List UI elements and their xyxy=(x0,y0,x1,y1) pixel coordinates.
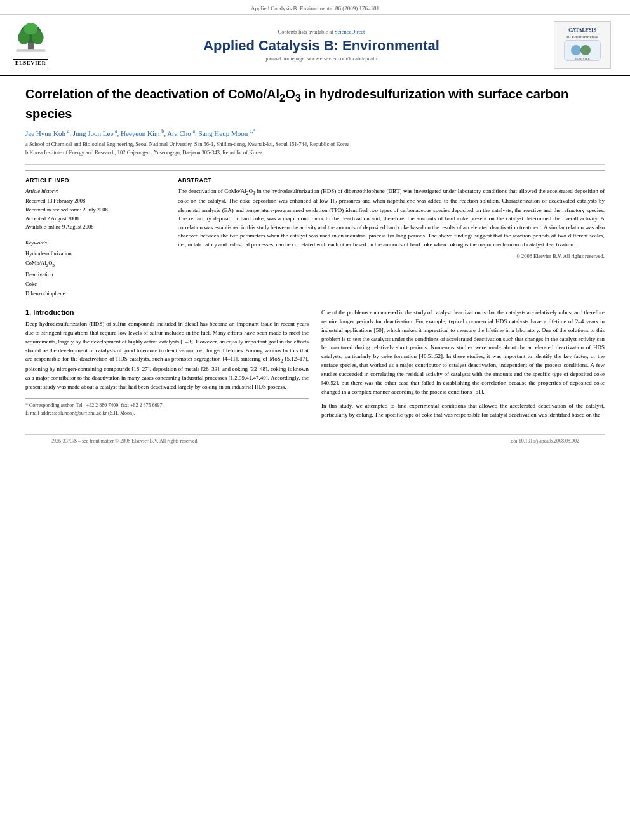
elsevier-tree-icon xyxy=(13,23,48,58)
abstract-column: ABSTRACT The deactivation of CoMo/Al2O3 … xyxy=(178,177,605,299)
article-title: Correlation of the deactivation of CoMo/… xyxy=(25,86,605,122)
journal-banner: ELSEVIER Contents lists available at Sci… xyxy=(0,15,630,76)
keyword-5: Dibenzothiophene xyxy=(25,289,165,298)
received-date: Received 13 February 2008 xyxy=(25,197,165,206)
page-wrapper: Applied Catalysis B: Environmental 86 (2… xyxy=(0,0,630,840)
copyright-line: © 2008 Elsevier B.V. All rights reserved… xyxy=(178,253,605,259)
article-info-column: ARTICLE INFO Article history: Received 1… xyxy=(25,177,165,299)
elsevier-logo: ELSEVIER xyxy=(13,23,48,67)
section1-right-para1: One of the problems encountered in the s… xyxy=(321,309,605,397)
history-label: Article history: xyxy=(25,187,165,196)
section1-left-para1: Deep hydrodesulfurization (HDS) of sulfu… xyxy=(25,320,309,392)
journal-homepage: journal homepage: www.elsevier.com/locat… xyxy=(89,55,554,62)
svg-text:ELSEVIER: ELSEVIER xyxy=(575,57,590,60)
affiliation-b: b Korea Institute of Energy and Research… xyxy=(25,149,605,157)
svg-point-7 xyxy=(571,45,581,55)
corresponding-author-note: * Corresponding author. Tel.: +82 2 880 … xyxy=(25,402,309,410)
affiliation-a: a School of Chemical and Biological Engi… xyxy=(25,140,605,149)
footer-issn: 0926-3373/$ – see front matter © 2008 El… xyxy=(51,438,199,444)
sciencedirect-link[interactable]: ScienceDirect xyxy=(335,29,365,35)
elsevier-logo-area: ELSEVIER xyxy=(13,23,89,67)
abstract-text: The deactivation of CoMo/Al2O3 in the hy… xyxy=(178,187,605,250)
accepted-date: Accepted 2 August 2008 xyxy=(25,215,165,223)
keyword-1: Hydrodesulfurization xyxy=(25,249,165,258)
contents-available-line: Contents lists available at ScienceDirec… xyxy=(89,29,554,35)
elsevier-label: ELSEVIER xyxy=(13,59,48,67)
affiliations: a School of Chemical and Biological Engi… xyxy=(25,140,605,157)
article-info-heading: ARTICLE INFO xyxy=(25,177,165,183)
keyword-4: Coke xyxy=(25,279,165,289)
svg-point-5 xyxy=(23,23,37,34)
keywords-label: Keywords: xyxy=(25,238,165,248)
article-history: Article history: Received 13 February 20… xyxy=(25,187,165,232)
email-note: E-mail address: slunoon@surf.snu.ac.kr (… xyxy=(25,410,309,417)
keyword-3: Deactivation xyxy=(25,270,165,279)
abstract-heading: ABSTRACT xyxy=(178,177,605,183)
catalysis-logo-box: CATALYSIS B: Environmental ELSEVIER xyxy=(554,21,611,69)
keywords-section: Keywords: Hydrodesulfurization CoMo/Al2O… xyxy=(25,238,165,299)
authors-line: Jae Hyun Koh a, Jung Joon Lee a, Heeyeon… xyxy=(25,128,605,137)
keyword-2: CoMo/Al2O3 xyxy=(25,258,165,269)
article-meta-row: ARTICLE INFO Article history: Received 1… xyxy=(25,170,605,299)
catalysis-logo-graphic: ELSEVIER xyxy=(563,39,601,62)
available-online-date: Available online 9 August 2008 xyxy=(25,223,165,232)
svg-rect-0 xyxy=(16,49,45,52)
received-revised-date: Received in revised form: 2 July 2008 xyxy=(25,206,165,215)
body-right-column: One of the problems encountered in the s… xyxy=(321,309,605,425)
section1-title: 1. Introduction xyxy=(25,309,309,316)
journal-title: Applied Catalysis B: Environmental xyxy=(89,37,554,54)
svg-point-8 xyxy=(580,45,591,55)
article-content: Correlation of the deactivation of CoMo/… xyxy=(0,76,630,457)
body-columns: 1. Introduction Deep hydrodesulfurizatio… xyxy=(25,309,605,425)
footer-doi: doi:10.1016/j.apcatb.2008.08.002 xyxy=(511,438,579,444)
journal-citation-text: Applied Catalysis B: Environmental 86 (2… xyxy=(251,5,379,11)
journal-title-area: Contents lists available at ScienceDirec… xyxy=(89,29,554,62)
journal-logo-right: CATALYSIS B: Environmental ELSEVIER xyxy=(554,21,617,69)
journal-citation-bar: Applied Catalysis B: Environmental 86 (2… xyxy=(0,0,630,15)
catalysis-logo-inner: CATALYSIS B: Environmental ELSEVIER xyxy=(563,27,601,63)
footnote-section: * Corresponding author. Tel.: +82 2 880 … xyxy=(25,398,309,417)
section1-right-para2: In this study, we attempted to find expe… xyxy=(321,402,605,420)
body-left-column: 1. Introduction Deep hydrodesulfurizatio… xyxy=(25,309,309,425)
footer-bar: 0926-3373/$ – see front matter © 2008 El… xyxy=(25,434,605,447)
